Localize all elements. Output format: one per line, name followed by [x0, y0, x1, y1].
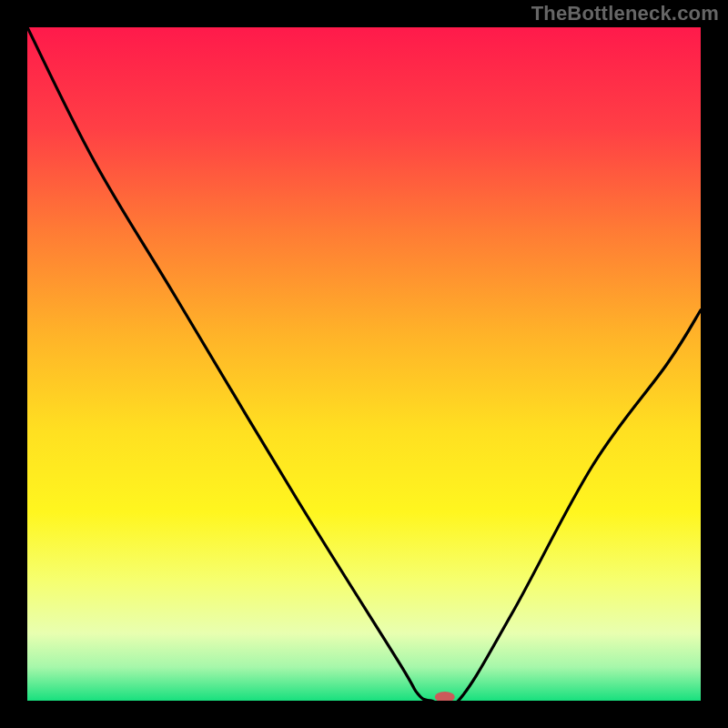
- chart-svg: [27, 27, 701, 701]
- chart-plot-area: [27, 27, 701, 701]
- watermark-label: TheBottleneck.com: [531, 2, 719, 25]
- chart-stage: TheBottleneck.com: [0, 0, 728, 728]
- chart-background: [27, 27, 701, 701]
